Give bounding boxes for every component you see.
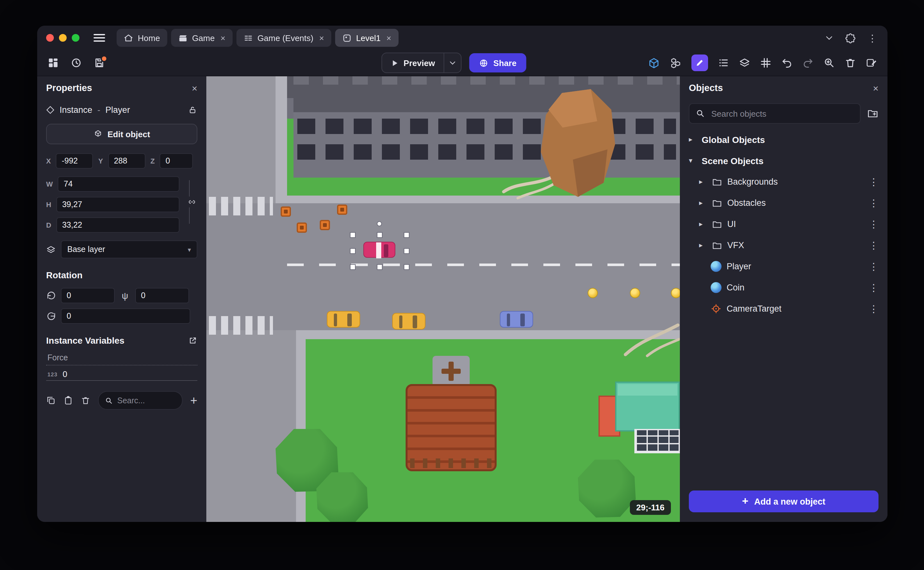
- tab-close-icon[interactable]: ×: [386, 33, 391, 43]
- tab-home[interactable]: Home: [117, 29, 167, 47]
- car-blue-instance[interactable]: [500, 311, 533, 328]
- coin-instance[interactable]: [630, 288, 640, 298]
- redo-icon[interactable]: [802, 57, 814, 69]
- object-menu-kebab-icon[interactable]: ⋮: [869, 304, 878, 314]
- teal-building-instance[interactable]: [599, 382, 680, 453]
- x-input[interactable]: [56, 153, 93, 169]
- folder-menu-kebab-icon[interactable]: ⋮: [869, 177, 878, 187]
- add-new-object-button[interactable]: + Add a new object: [689, 490, 878, 512]
- link-chain-icon[interactable]: [188, 196, 196, 207]
- coin-instance[interactable]: [588, 288, 598, 298]
- window-menu-kebab-icon[interactable]: ⋮: [867, 33, 877, 43]
- window-zoom-button[interactable]: [72, 34, 79, 42]
- main-menu-icon[interactable]: [93, 34, 105, 42]
- depth-input[interactable]: [57, 218, 179, 233]
- copy-icon[interactable]: [46, 395, 56, 405]
- chevron-right-icon[interactable]: ▸: [699, 220, 707, 228]
- folder-menu-kebab-icon[interactable]: ⋮: [869, 219, 878, 229]
- coin-instance[interactable]: [671, 288, 680, 298]
- lock-open-icon[interactable]: [188, 105, 197, 115]
- y-input[interactable]: [108, 153, 145, 169]
- selection-handle[interactable]: [404, 232, 409, 238]
- trash-icon[interactable]: [81, 395, 90, 405]
- scene-editor-canvas[interactable]: 29;-116: [206, 76, 680, 522]
- selection-rotate-handle[interactable]: [377, 221, 382, 226]
- player-car-instance-selected[interactable]: [363, 242, 396, 258]
- selection-handle[interactable]: [404, 248, 409, 254]
- layer-select[interactable]: Base layer ▾: [61, 241, 197, 258]
- rotation-y-input[interactable]: [135, 288, 189, 303]
- branch-instance[interactable]: [622, 321, 680, 360]
- objects-instances-icon[interactable]: [670, 57, 682, 69]
- car-yellow-instance[interactable]: [392, 313, 426, 329]
- folder-vfx[interactable]: ▸ VFX ⋮: [680, 234, 887, 256]
- folder-backgrounds[interactable]: ▸ Backgrounds ⋮: [680, 171, 887, 192]
- variable-value[interactable]: 0: [63, 369, 67, 379]
- folder-ui[interactable]: ▸ UI ⋮: [680, 213, 887, 234]
- variables-search[interactable]: Searc...: [98, 391, 183, 410]
- chevron-right-icon[interactable]: ▸: [689, 135, 696, 144]
- object-player[interactable]: Player ⋮: [680, 256, 887, 277]
- tab-game[interactable]: Game ×: [171, 29, 232, 47]
- selection-handle[interactable]: [350, 232, 356, 238]
- brick-tower-instance[interactable]: [406, 356, 496, 471]
- grid-icon[interactable]: [760, 57, 771, 69]
- edit-scene-properties-icon[interactable]: [866, 57, 877, 69]
- delete-icon[interactable]: [845, 57, 856, 69]
- chevron-down-icon[interactable]: [825, 33, 834, 42]
- window-minimize-button[interactable]: [59, 34, 67, 42]
- z-input[interactable]: [160, 153, 193, 169]
- folder-obstacles[interactable]: ▸ Obstacles ⋮: [680, 192, 887, 213]
- rock-instance[interactable]: [501, 88, 623, 200]
- chevron-right-icon[interactable]: ▸: [699, 178, 707, 186]
- height-input[interactable]: [57, 197, 179, 212]
- width-input[interactable]: [58, 176, 179, 192]
- window-close-button[interactable]: [46, 34, 54, 42]
- object-menu-kebab-icon[interactable]: ⋮: [869, 283, 878, 293]
- tree-global-objects[interactable]: ▸ Global Objects: [680, 129, 887, 150]
- save-icon[interactable]: [93, 57, 105, 69]
- share-button[interactable]: Share: [469, 53, 526, 72]
- crate-instance[interactable]: [337, 205, 347, 215]
- instances-list-icon[interactable]: [718, 57, 729, 69]
- tree-scene-objects[interactable]: ▾ Scene Objects: [680, 150, 887, 171]
- edit-object-button[interactable]: Edit object: [46, 124, 197, 144]
- project-manager-icon[interactable]: [47, 57, 59, 69]
- variable-row-force[interactable]: Force 123 0: [46, 349, 197, 381]
- undo-icon[interactable]: [781, 57, 793, 69]
- preview-options-chevron[interactable]: [443, 53, 461, 72]
- chevron-down-icon[interactable]: ▾: [689, 156, 696, 165]
- selection-handle[interactable]: [377, 232, 383, 238]
- crate-instance[interactable]: [281, 207, 291, 217]
- selection-handle[interactable]: [350, 264, 356, 270]
- folder-menu-kebab-icon[interactable]: ⋮: [869, 241, 878, 250]
- selection-handle[interactable]: [404, 264, 409, 270]
- tab-game-events[interactable]: Game (Events) ×: [236, 29, 331, 47]
- view-3d-cube-icon[interactable]: [648, 57, 660, 69]
- selection-handle[interactable]: [377, 264, 383, 270]
- chevron-right-icon[interactable]: ▸: [699, 199, 707, 207]
- car-yellow-instance[interactable]: [327, 311, 360, 328]
- preview-button[interactable]: Preview: [382, 53, 443, 72]
- open-external-icon[interactable]: [188, 336, 197, 345]
- layers-icon[interactable]: [739, 57, 750, 69]
- rotation-x-input[interactable]: [61, 288, 115, 303]
- object-coin[interactable]: Coin ⋮: [680, 277, 887, 298]
- rotation-z-input[interactable]: [61, 308, 190, 324]
- objects-search-input[interactable]: [710, 108, 854, 119]
- close-icon[interactable]: ×: [873, 83, 878, 93]
- crate-instance[interactable]: [320, 220, 330, 230]
- object-camera-target[interactable]: CameraTarget ⋮: [680, 298, 887, 319]
- add-variable-button[interactable]: +: [190, 394, 197, 406]
- tab-close-icon[interactable]: ×: [220, 33, 225, 43]
- selection-handle[interactable]: [350, 248, 356, 254]
- tab-close-icon[interactable]: ×: [319, 33, 324, 43]
- folder-menu-kebab-icon[interactable]: ⋮: [869, 198, 878, 208]
- tab-level1[interactable]: Level1 ×: [335, 29, 398, 47]
- close-icon[interactable]: ×: [192, 83, 197, 93]
- crate-instance[interactable]: [297, 222, 307, 233]
- object-menu-kebab-icon[interactable]: ⋮: [869, 262, 878, 271]
- history-icon[interactable]: [70, 57, 82, 69]
- extensions-puzzle-icon[interactable]: [845, 32, 856, 43]
- chevron-right-icon[interactable]: ▸: [699, 241, 707, 250]
